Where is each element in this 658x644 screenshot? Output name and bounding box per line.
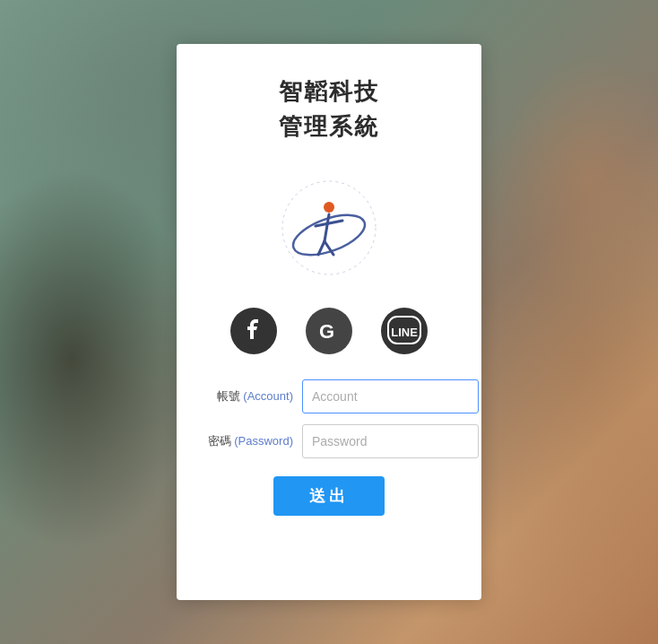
app-title-line2: 管理系統 bbox=[279, 111, 379, 143]
account-row: 帳號 (Account) bbox=[203, 379, 455, 413]
logo-svg bbox=[275, 174, 383, 282]
login-form: 帳號 (Account) 密碼 (Password) 送出 bbox=[203, 379, 455, 516]
svg-text:LINE: LINE bbox=[391, 326, 418, 339]
login-card: 智韜科技 管理系統 G bbox=[177, 44, 481, 600]
google-icon: G bbox=[316, 318, 342, 344]
facebook-login-button[interactable] bbox=[230, 308, 277, 354]
password-label: 密碼 (Password) bbox=[203, 433, 302, 449]
password-row: 密碼 (Password) bbox=[203, 424, 455, 458]
line-icon: LINE bbox=[381, 308, 428, 354]
svg-point-6 bbox=[324, 202, 334, 213]
google-login-button[interactable]: G bbox=[306, 308, 352, 354]
account-label: 帳號 (Account) bbox=[203, 388, 302, 405]
account-input[interactable] bbox=[302, 379, 479, 413]
line-login-button[interactable]: LINE bbox=[381, 308, 428, 354]
svg-text:G: G bbox=[319, 320, 334, 343]
logo bbox=[271, 170, 387, 286]
password-input[interactable] bbox=[302, 424, 479, 458]
social-icons: G LINE bbox=[230, 308, 428, 354]
app-title: 智韜科技 管理系統 bbox=[279, 76, 379, 143]
svg-point-0 bbox=[282, 181, 376, 274]
facebook-icon bbox=[241, 318, 266, 344]
submit-button[interactable]: 送出 bbox=[273, 476, 385, 516]
app-title-line1: 智韜科技 bbox=[279, 76, 379, 108]
